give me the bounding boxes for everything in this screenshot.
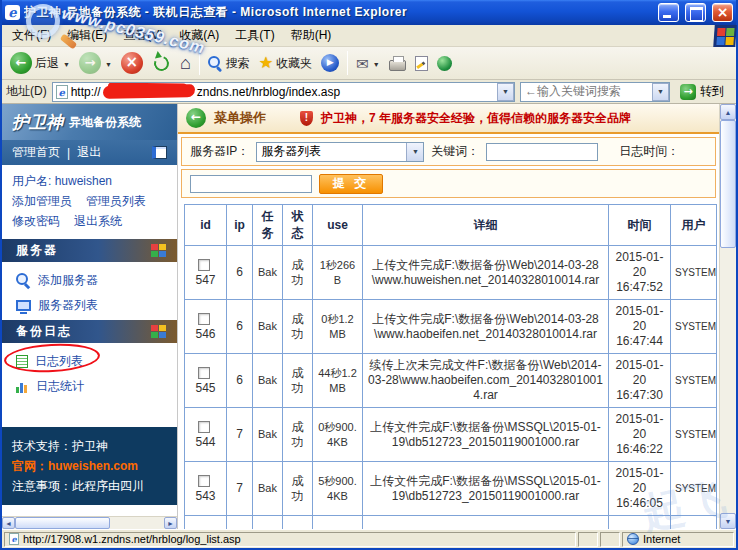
scroll-up-button[interactable]: [720, 104, 736, 120]
backup-log-section-header: 备份日志: [2, 320, 177, 343]
row-checkbox[interactable]: [198, 421, 210, 433]
status-message-cell: http://17908.w1.zndns.net/hrblog/log_lis…: [4, 532, 576, 547]
row-user: SYSTEM: [671, 300, 717, 354]
log-stats-icon: [16, 381, 29, 393]
menu-item-favorites[interactable]: 收藏(A): [171, 25, 227, 46]
change-password-link[interactable]: 修改密码: [12, 214, 60, 228]
row-ip: 6: [227, 246, 253, 300]
edit-icon: [415, 56, 428, 71]
row-checkbox[interactable]: [198, 313, 210, 325]
select-dropdown-icon[interactable]: [406, 143, 423, 161]
horizontal-scrollbar[interactable]: [2, 516, 177, 529]
row-checkbox[interactable]: [198, 475, 210, 487]
site-text[interactable]: 官网：huweishen.com: [12, 456, 167, 476]
menu-item-file[interactable]: 文件(F): [4, 25, 59, 46]
keyword-label: 关键词：: [431, 143, 479, 160]
row-checkbox[interactable]: [198, 259, 210, 271]
add-server-icon: [16, 273, 31, 288]
edit-button[interactable]: [411, 54, 432, 73]
add-admin-link[interactable]: 添加管理员: [12, 194, 72, 208]
minimize-button[interactable]: [658, 3, 679, 22]
row-checkbox[interactable]: [198, 367, 210, 379]
server-select[interactable]: 服务器列表: [256, 142, 424, 162]
col-ip: ip: [227, 205, 253, 246]
vertical-scrollbar[interactable]: [719, 104, 736, 529]
address-url: http://zndns.net/hrblog/index.asp: [71, 85, 340, 99]
status-bar: http://17908.w1.zndns.net/hrblog/log_lis…: [2, 529, 736, 548]
col-time: 时间: [609, 205, 671, 246]
go-button[interactable]: 转到: [675, 80, 732, 103]
server-ip-label: 服务器IP：: [190, 143, 249, 160]
forward-dropdown-icon: [104, 56, 112, 70]
row-detail: 上传文件完成F:\数据备份\MSSQL\2015-: [363, 516, 609, 530]
print-button[interactable]: [385, 53, 410, 73]
menu-item-tools[interactable]: 工具(T): [227, 25, 282, 46]
col-status: 状态: [283, 205, 313, 246]
back-dropdown-icon: [62, 56, 70, 70]
home-button[interactable]: [176, 52, 195, 74]
mail-dropdown-icon: [372, 56, 380, 70]
table-row: 546 6 Bak 成功 0秒1.2MB 上传文件完成F:\数据备份\Web\2…: [185, 300, 717, 354]
mail-button[interactable]: [352, 54, 384, 73]
account-panel: 用户名: huweishen 添加管理员管理员列表 修改密码退出系统: [2, 165, 177, 239]
horizontal-scroll-thumb[interactable]: [15, 517, 110, 529]
row-use: [313, 516, 363, 530]
keyword-search-box[interactable]: ←输入关键词搜索: [520, 82, 670, 102]
refresh-button[interactable]: [148, 52, 175, 75]
maximize-button[interactable]: [685, 3, 706, 22]
nav-exit-link[interactable]: 退出: [77, 144, 101, 161]
row-status: 成功: [283, 300, 313, 354]
address-input[interactable]: http://zndns.net/hrblog/index.asp: [52, 82, 515, 102]
status-zone-cell: Internet: [622, 532, 734, 547]
filter-input[interactable]: [190, 175, 312, 193]
submit-button[interactable]: 提 交: [319, 174, 383, 194]
forward-button[interactable]: [75, 50, 116, 76]
admin-list-link[interactable]: 管理员列表: [86, 194, 146, 208]
sidebar-nav: 管理首页 | 退出: [2, 140, 177, 165]
log-stats-link[interactable]: 日志统计: [2, 374, 177, 399]
menu-item-edit[interactable]: 编辑(E): [59, 25, 115, 46]
stop-button[interactable]: [117, 50, 147, 76]
scroll-down-button[interactable]: [720, 513, 736, 529]
row-user: SYSTEM: [671, 408, 717, 462]
server-list-link[interactable]: 服务器列表: [2, 293, 177, 318]
horizontal-scroll-track[interactable]: [110, 517, 164, 529]
close-button[interactable]: [712, 3, 733, 22]
logout-link[interactable]: 退出系统: [74, 214, 122, 228]
window-icon: [5, 5, 20, 20]
scroll-left-button[interactable]: [2, 517, 15, 529]
home-icon: [180, 54, 191, 72]
media-button[interactable]: [317, 52, 343, 74]
nav-home-link[interactable]: 管理首页: [12, 144, 60, 161]
status-url: http://17908.w1.zndns.net/hrblog/log_lis…: [23, 533, 241, 545]
back-button[interactable]: 后退: [6, 50, 74, 76]
star-icon: [259, 55, 273, 71]
row-use: 0秒1.2MB: [313, 300, 363, 354]
vertical-scroll-track[interactable]: [720, 248, 736, 513]
col-user: 用户: [671, 205, 717, 246]
vertical-scroll-thumb[interactable]: [720, 120, 736, 248]
row-task: Bak: [253, 354, 283, 408]
stop-icon: [121, 52, 143, 74]
add-server-link[interactable]: 添加服务器: [2, 268, 177, 293]
search-button[interactable]: 搜索: [204, 53, 254, 74]
forward-icon: [79, 52, 101, 74]
favorites-label: 收藏夹: [276, 55, 312, 72]
scroll-right-button[interactable]: [164, 517, 177, 529]
keyword-search-dropdown[interactable]: [652, 83, 669, 101]
menu-back-icon[interactable]: [186, 108, 206, 128]
row-status: 成功: [283, 354, 313, 408]
menu-item-view[interactable]: 查看(V): [115, 25, 171, 46]
address-dropdown-button[interactable]: [497, 83, 514, 101]
main-frame: 菜单操作 护卫神，7 年服务器安全经验，值得信赖的服务器安全品牌 服务器IP： …: [178, 104, 736, 529]
row-time: 2015-01-20 16:47:44: [609, 300, 671, 354]
notice-text: 注意事项：此程序由四川: [12, 476, 167, 496]
log-list-link[interactable]: 日志列表: [2, 349, 177, 374]
messenger-button[interactable]: [433, 54, 456, 73]
sidebar-gap: [2, 401, 177, 427]
favorites-button[interactable]: 收藏夹: [255, 53, 316, 74]
row-detail: 续传上次未完成文件F:\数据备份\Web\2014-03-28\www.haob…: [363, 354, 609, 408]
messenger-icon: [437, 56, 452, 71]
keyword-input[interactable]: [486, 143, 598, 161]
menu-item-help[interactable]: 帮助(H): [283, 25, 340, 46]
